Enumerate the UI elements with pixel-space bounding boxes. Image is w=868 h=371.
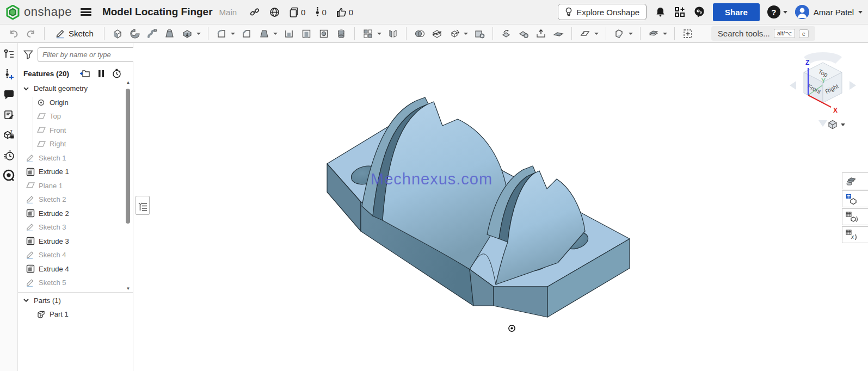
search-model-icon[interactable] [3, 169, 15, 181]
comments-icon[interactable] [3, 89, 15, 101]
public-globe-icon[interactable] [269, 7, 280, 17]
versions-history-icon[interactable] [3, 48, 15, 60]
help-menu[interactable]: ? [767, 5, 787, 18]
composite-dropdown-icon[interactable] [663, 33, 667, 35]
tree-item-sketch-1[interactable]: Sketch 1 [18, 151, 133, 165]
document-notes-icon[interactable] [3, 109, 15, 121]
boolean-tool-icon[interactable] [413, 27, 427, 41]
search-tools-label: Search tools... [718, 29, 770, 38]
configurations-panel-tab[interactable] [842, 190, 868, 207]
tree-item-right-plane[interactable]: Right [18, 137, 133, 151]
origin-target-icon[interactable] [508, 324, 516, 332]
scroll-down-icon[interactable]: ▼ [125, 286, 131, 291]
model-3d-part[interactable] [133, 43, 868, 371]
performance-timer-icon[interactable] [3, 149, 15, 161]
app-store-grid-icon[interactable] [674, 6, 686, 18]
plane-tool-icon[interactable] [578, 27, 592, 41]
sketch-button[interactable]: Sketch [51, 27, 98, 40]
tree-item-front-plane[interactable]: Front [18, 123, 133, 138]
rollback-clock-icon[interactable] [112, 69, 121, 78]
split-tool-icon[interactable] [430, 27, 444, 41]
boss-tool-icon[interactable] [334, 27, 348, 41]
tree-item-sketch-3[interactable]: Sketch 3 [18, 220, 133, 234]
draft-tool-icon[interactable] [257, 27, 271, 41]
configured-features-panel-tab[interactable] [842, 208, 868, 225]
sketch-icon [26, 222, 35, 232]
delete-part-tool-icon[interactable] [472, 27, 487, 41]
appearance-panel-tab[interactable] [842, 172, 868, 189]
tree-item-sketch-4[interactable]: Sketch 4 [18, 248, 133, 262]
move-face-tool-icon[interactable] [499, 27, 513, 41]
tree-item-part-1[interactable]: Part 1 [18, 307, 133, 321]
sheet-metal-tool-icon[interactable] [612, 27, 626, 41]
create-version-icon[interactable] [3, 69, 15, 81]
loft-tool-icon[interactable] [163, 27, 177, 41]
shell-tool-icon[interactable] [299, 27, 313, 41]
fillet-tool-icon[interactable] [214, 27, 229, 41]
scroll-up-icon[interactable]: ▲ [125, 80, 131, 85]
copies-counter[interactable]: 0 [290, 7, 305, 17]
tree-item-sketch-5[interactable]: Sketch 5 [18, 276, 133, 290]
feature-list-scrollbar[interactable]: ▲ ▼ [125, 80, 131, 291]
chamfer-tool-icon[interactable] [239, 27, 254, 41]
tree-item-top-plane[interactable]: Top [18, 109, 133, 123]
tree-item-plane-1[interactable]: Plane 1 [18, 179, 133, 193]
user-menu[interactable]: Amar Patel [795, 5, 863, 19]
tree-item-extrude-3[interactable]: Extrude 3 [18, 234, 133, 249]
parts-header-row[interactable]: Parts (1) [18, 294, 133, 308]
rib-tool-icon[interactable] [282, 27, 296, 41]
frame-tool-icon[interactable] [681, 27, 695, 41]
model-viewport[interactable]: Mechnexus.com [133, 43, 868, 371]
share-link-icon[interactable] [250, 7, 260, 17]
suppress-pause-icon[interactable] [98, 70, 104, 78]
export-tool-icon[interactable] [534, 27, 548, 41]
part-properties-icon[interactable]: ? [3, 129, 15, 141]
draft-dropdown-icon[interactable] [273, 33, 278, 35]
ai-advisor-icon[interactable] [693, 6, 705, 18]
add-folder-icon[interactable] [80, 70, 90, 78]
redo-button[interactable] [24, 27, 38, 41]
tree-item-extrude-4[interactable]: Extrude 4 [18, 262, 133, 276]
hole-tool-icon[interactable] [317, 27, 331, 41]
forks-counter[interactable]: 0 [315, 7, 326, 17]
pattern-dropdown-icon[interactable] [377, 33, 381, 35]
likes-counter[interactable]: 0 [336, 7, 353, 17]
transform-dropdown-icon[interactable] [464, 33, 468, 35]
view-cube[interactable]: Top Front Right Z X Y [787, 47, 858, 129]
undo-button[interactable] [7, 27, 21, 41]
workspace-name[interactable]: Main [219, 8, 237, 17]
revolve-tool-icon[interactable] [128, 27, 142, 41]
view-options-button[interactable] [827, 119, 845, 130]
linear-pattern-tool-icon[interactable] [361, 27, 375, 41]
search-tools-box[interactable]: Search tools... alt/⌥ c [711, 26, 815, 41]
extrude-tool-icon[interactable] [110, 27, 125, 41]
sheet-metal-dropdown-icon[interactable] [629, 33, 633, 35]
notifications-bell-icon[interactable] [654, 6, 666, 18]
feature-list-flyout-toggle[interactable] [136, 196, 150, 215]
onshape-logo-icon[interactable]: onshape [5, 5, 72, 20]
tree-item-sketch-2[interactable]: Sketch 2 [18, 193, 133, 207]
scrollbar-thumb[interactable] [126, 89, 130, 224]
thicken-dropdown-icon[interactable] [196, 33, 201, 35]
tree-item-origin[interactable]: Origin [18, 96, 133, 110]
transform-tool-icon[interactable] [447, 27, 461, 41]
offset-surface-tool-icon[interactable] [551, 27, 565, 41]
thicken-tool-icon[interactable] [180, 27, 194, 41]
share-button[interactable]: Share [713, 3, 760, 21]
help-caret-icon [783, 11, 787, 14]
explore-onshape-button[interactable]: Explore Onshape [558, 4, 647, 20]
delete-face-tool-icon[interactable] [516, 27, 531, 41]
tree-item-default-geometry[interactable]: Default geometry [18, 82, 133, 96]
sweep-tool-icon[interactable] [145, 27, 159, 41]
plane-dropdown-icon[interactable] [594, 33, 599, 35]
mirror-tool-icon[interactable] [386, 27, 400, 41]
tree-item-extrude-2[interactable]: Extrude 2 [18, 207, 133, 221]
filter-input[interactable] [38, 47, 144, 62]
filter-funnel-icon[interactable] [23, 50, 33, 59]
composite-part-tool-icon[interactable] [647, 27, 661, 41]
tree-item-extrude-1[interactable]: Extrude 1 [18, 165, 133, 179]
fillet-dropdown-icon[interactable] [231, 33, 235, 35]
menu-icon[interactable] [81, 8, 91, 16]
configured-variables-panel-tab[interactable]: x [842, 226, 868, 243]
avatar [795, 5, 809, 19]
